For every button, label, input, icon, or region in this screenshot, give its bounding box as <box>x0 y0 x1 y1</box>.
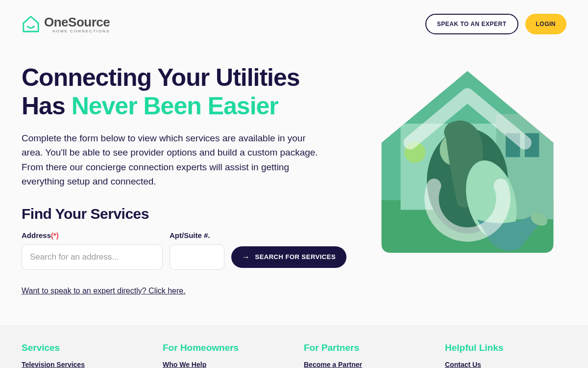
logo-text: OneSource HOME CONNECTIONS <box>44 15 110 33</box>
apt-label: Apt/Suite #. <box>170 231 224 239</box>
footer-link-become-partner[interactable]: Become a Partner <box>304 361 362 368</box>
hero-title-line1: Connecting Your Utilities <box>22 64 300 91</box>
hero-title: Connecting Your Utilities Has Never Been… <box>22 64 350 120</box>
apt-field-group: Apt/Suite #. <box>170 231 224 270</box>
required-marker: (*) <box>51 231 59 239</box>
footer-heading: Services <box>22 342 143 353</box>
address-label: Address(*) <box>22 231 163 239</box>
header: OneSource HOME CONNECTIONS SPEAK TO AN E… <box>0 0 588 44</box>
logo[interactable]: OneSource HOME CONNECTIONS <box>22 15 110 33</box>
speak-expert-link[interactable]: Want to speak to an expert directly? Cli… <box>22 287 186 295</box>
search-services-button[interactable]: → SEARCH FOR SERVICES <box>231 246 346 268</box>
footer-link-who-we-help[interactable]: Who We Help <box>163 361 206 368</box>
footer-link-contact[interactable]: Contact Us <box>445 361 481 368</box>
address-field-group: Address(*) <box>22 231 163 270</box>
nav-actions: SPEAK TO AN EXPERT LOGIN <box>425 14 566 34</box>
hero-section: Connecting Your Utilities Has Never Been… <box>0 44 588 325</box>
logo-main-text: OneSource <box>44 15 110 30</box>
apt-input[interactable] <box>170 244 224 270</box>
footer-col-helpful: Helpful Links Contact Us <box>445 342 566 368</box>
footer-col-homeowners: For Homeowners Who We Help <box>163 342 284 368</box>
footer-link-television[interactable]: Television Services <box>22 361 85 368</box>
footer-heading: For Homeowners <box>163 342 284 353</box>
find-services-heading: Find Your Services <box>22 206 350 222</box>
footer-heading: For Partners <box>304 342 425 353</box>
speak-to-expert-button[interactable]: SPEAK TO AN EXPERT <box>425 14 518 34</box>
hero-image-shape <box>372 66 563 258</box>
house-smile-icon <box>22 15 40 33</box>
address-input[interactable] <box>22 244 163 270</box>
logo-sub-text: HOME CONNECTIONS <box>44 29 110 33</box>
hero-content: Connecting Your Utilities Has Never Been… <box>22 64 350 295</box>
address-label-text: Address <box>22 231 51 239</box>
search-form: Address(*) Apt/Suite #. → SEARCH FOR SER… <box>22 231 350 270</box>
footer-heading: Helpful Links <box>445 342 566 353</box>
search-button-label: SEARCH FOR SERVICES <box>255 253 336 261</box>
hero-description: Complete the form below to view which se… <box>22 131 325 189</box>
footer-col-services: Services Television Services <box>22 342 143 368</box>
hero-image <box>369 64 565 260</box>
footer: Services Television Services For Homeown… <box>0 325 588 368</box>
login-button[interactable]: LOGIN <box>525 14 567 34</box>
footer-col-partners: For Partners Become a Partner <box>304 342 425 368</box>
arrow-right-icon: → <box>242 253 250 262</box>
hero-title-accent: Never Been Easier <box>72 92 278 120</box>
hero-title-line2-prefix: Has <box>22 92 72 120</box>
